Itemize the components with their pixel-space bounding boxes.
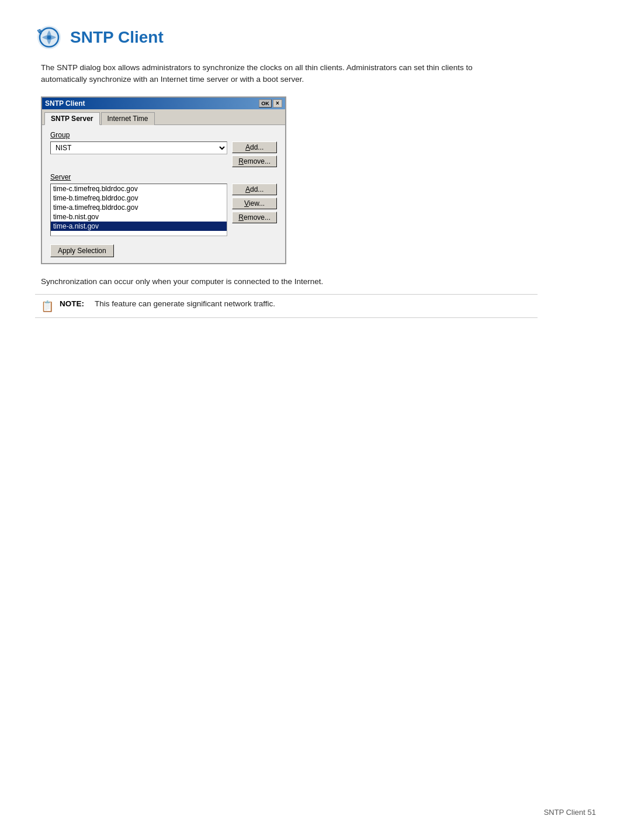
note-box: 📋 NOTE: This feature can generate signif… xyxy=(35,294,538,318)
dialog-titlebar: SNTP Client OK × xyxy=(42,98,285,109)
server-row: time-c.timefreq.bldrdoc.gov time-b.timef… xyxy=(50,184,277,236)
server-listbox[interactable]: time-c.timefreq.bldrdoc.gov time-b.timef… xyxy=(50,184,227,236)
sync-note: Synchronization can occur only when your… xyxy=(41,277,520,286)
note-icon: 📋 xyxy=(41,300,54,313)
sntp-icon xyxy=(35,23,63,51)
group-row: NIST Add... Remove... xyxy=(50,141,277,167)
server-add-button[interactable]: Add... xyxy=(232,184,277,195)
page-header: SNTP Client xyxy=(35,23,596,51)
group-remove-button[interactable]: Remove... xyxy=(232,155,277,167)
server-view-label: iew... xyxy=(249,199,265,208)
close-button[interactable]: × xyxy=(273,99,282,108)
group-select-wrapper: NIST xyxy=(50,141,227,154)
server-buttons: Add... View... Remove... xyxy=(232,184,277,223)
group-add-button[interactable]: Add... xyxy=(232,141,277,153)
server-label: Server xyxy=(50,173,277,181)
tab-sntp-server[interactable]: SNTP Server xyxy=(44,112,100,125)
note-label: NOTE: xyxy=(60,299,84,308)
server-remove-button[interactable]: Remove... xyxy=(232,212,277,223)
svg-point-2 xyxy=(47,36,51,39)
list-item[interactable]: time-c.timefreq.bldrdoc.gov xyxy=(51,184,227,193)
page-footer: SNTP Client 51 xyxy=(544,808,596,817)
list-item[interactable]: time-b.nist.gov xyxy=(51,212,227,222)
server-view-button[interactable]: View... xyxy=(232,198,277,209)
page-description: The SNTP dialog box allows administrator… xyxy=(41,62,520,86)
dialog-container: SNTP Client OK × SNTP Server Internet Ti… xyxy=(41,96,596,264)
ok-button[interactable]: OK xyxy=(259,99,272,108)
apply-selection-button[interactable]: Apply Selection xyxy=(50,244,114,257)
group-add-label: dd... xyxy=(250,143,264,151)
server-remove-label: emove... xyxy=(244,213,271,222)
dialog-box: SNTP Client OK × SNTP Server Internet Ti… xyxy=(41,96,286,264)
list-item-selected[interactable]: time-a.nist.gov xyxy=(51,222,227,231)
group-label: Group xyxy=(50,131,277,139)
dialog-tabs: SNTP Server Internet Time xyxy=(42,109,285,125)
dialog-content: Group NIST Add... Remove... xyxy=(42,125,285,263)
dialog-title: SNTP Client xyxy=(45,99,85,108)
tab-internet-time[interactable]: Internet Time xyxy=(101,112,155,125)
group-select[interactable]: NIST xyxy=(50,141,227,154)
group-buttons: Add... Remove... xyxy=(232,141,277,167)
group-remove-label: emove... xyxy=(244,157,271,165)
list-item[interactable]: time-b.timefreq.bldrdoc.gov xyxy=(51,193,227,203)
page-title: SNTP Client xyxy=(70,28,164,47)
server-section: Server time-c.timefreq.bldrdoc.gov time-… xyxy=(50,173,277,236)
note-text: This feature can generate significant ne… xyxy=(95,299,275,308)
list-item[interactable]: time-a.timefreq.bldrdoc.gov xyxy=(51,203,227,212)
titlebar-buttons: OK × xyxy=(259,99,282,108)
server-add-label: dd... xyxy=(250,185,264,193)
